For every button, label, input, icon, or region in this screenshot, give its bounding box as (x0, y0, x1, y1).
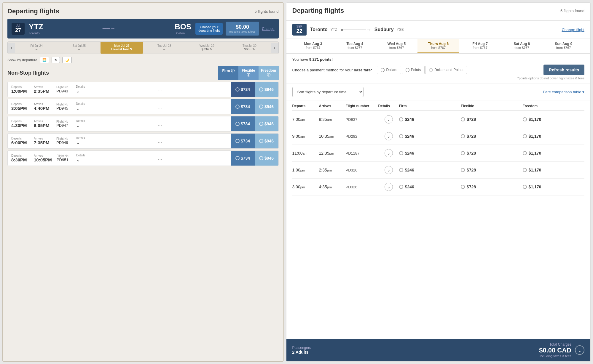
col-details: Details (378, 104, 399, 108)
refresh-button[interactable]: Refresh results (543, 65, 584, 75)
table-header: Departs Arrives Flight number Details Fi… (292, 102, 584, 111)
flights-table: Departs Arrives Flight number Details Fi… (286, 100, 590, 339)
flight-row-left-1: Departs 3:05PM Arrives 4:40PM Flight No … (7, 99, 279, 114)
dots-0: ... (93, 86, 227, 93)
change-flight-button[interactable]: Change flight (562, 28, 584, 32)
right-date-3[interactable]: Thurs Aug 6 from $767 (417, 39, 459, 53)
freedom-0[interactable]: $1,170 (523, 117, 584, 122)
to-code: YSB (397, 28, 404, 32)
points-section: You have 9,271 points! Choose a payment … (286, 54, 590, 84)
sort-select[interactable]: Sort flights by departure time (292, 87, 364, 97)
details-chevron-0[interactable]: ⌄ (76, 88, 88, 94)
freedom-price-0[interactable]: $946 (255, 82, 278, 97)
payment-options: Dollars Points Dollars and Points (377, 66, 541, 74)
show-by-departure-label: Show by departure (7, 58, 37, 62)
flight-row-left-4: Departs 8:30PM Arrives 10:05PM Flight No… (7, 150, 279, 166)
date-prev-button[interactable]: ‹ (8, 43, 15, 53)
detail-chevron-1[interactable]: ⌄ (385, 132, 393, 140)
col-flexible: Flexible (461, 104, 522, 108)
right-footer: Passengers 2 Adults Total Charges $0.00 … (286, 339, 590, 361)
details-chevron-3[interactable]: ⌄ (76, 140, 88, 145)
details-chevron-4[interactable]: ⌄ (76, 157, 88, 163)
right-title: Departing flights (292, 7, 344, 15)
freedom-1[interactable]: $1,170 (523, 134, 584, 139)
firm-1[interactable]: $246 (399, 134, 461, 139)
freedom-price-2[interactable]: $946 (255, 116, 278, 131)
firm-3[interactable]: $246 (399, 168, 461, 172)
flexible-0[interactable]: $728 (461, 117, 522, 122)
detail-chevron-0[interactable]: ⌄ (385, 115, 393, 124)
table-row-2: 11:00am 12:35pm PD1187 ⌄ $246 $728 $1,17… (292, 145, 584, 162)
firm-2[interactable]: $246 (399, 151, 461, 155)
freedom-price-4[interactable]: $946 (255, 151, 278, 166)
date-item-1[interactable]: Sat Jul 25 – (58, 42, 101, 54)
right-date-0[interactable]: Mon Aug 3 from $767 (292, 39, 334, 53)
departs-2: 11:00am (292, 151, 319, 155)
fare-tab-flexible[interactable]: Flexible ⓘ (238, 66, 259, 80)
firm-4[interactable]: $246 (399, 185, 461, 189)
footer-expand-button[interactable]: ⌄ (575, 345, 584, 355)
route-right: Choose yourdeparting flight $0.00 Includ… (195, 22, 274, 36)
from-city: Toronto (310, 27, 328, 32)
freedom-2[interactable]: $1,170 (523, 151, 584, 155)
arrives-1: 10:35am (319, 134, 346, 139)
flexible-2[interactable]: $728 (461, 151, 522, 155)
flexible-4[interactable]: $728 (461, 185, 522, 189)
details-chevron-2[interactable]: ⌄ (76, 123, 88, 128)
right-flights-found: 5 flights found (560, 9, 584, 13)
freedom-3[interactable]: $1,170 (523, 168, 584, 172)
fare-comparison-link[interactable]: Fare comparison table ▾ (543, 90, 584, 94)
right-date-2[interactable]: Wed Aug 5 from $767 (376, 39, 417, 53)
date-next-button[interactable]: › (271, 43, 278, 53)
flight-no-block: Flight No PD943 (56, 86, 71, 93)
route-line-icon: ●──────→ (340, 27, 371, 33)
payment-dollars[interactable]: Dollars (377, 66, 401, 74)
change-link[interactable]: Change (262, 27, 275, 31)
details-block: Details ⌄ (76, 85, 88, 94)
detail-chevron-2[interactable]: ⌄ (385, 149, 393, 157)
col-departs: Departs (292, 104, 319, 108)
date-item-2[interactable]: Mon Jul 27 Lowest fare ✎ (101, 42, 143, 54)
date-item-0[interactable]: Fri Jul 24 – (15, 42, 58, 54)
freedom-price-1[interactable]: $946 (255, 99, 278, 114)
route-arrow-icon: ──→ (46, 25, 172, 32)
morning-button[interactable]: 🌅 (40, 57, 49, 63)
firm-price-2[interactable]: $734 (231, 116, 255, 131)
firm-0[interactable]: $246 (399, 117, 461, 122)
date-item-3[interactable]: Tue Jul 28 – (143, 42, 186, 54)
departs-3: 1:00pm (292, 168, 319, 172)
col-firm: Firm (399, 104, 461, 108)
freedom-4[interactable]: $1,170 (523, 185, 584, 189)
payment-dollars-and-points[interactable]: Dollars and Points (425, 66, 467, 74)
arrives-0: 8:35am (319, 117, 346, 122)
firm-price-4[interactable]: $734 (231, 151, 255, 166)
date-item-4[interactable]: Wed Jul 29 $734 ✎ (186, 42, 228, 54)
evening-button[interactable]: 🌙 (62, 57, 72, 63)
payment-label: Choose a payment method for your base fa… (292, 68, 374, 72)
right-date-5[interactable]: Sat Aug 8 from $767 (501, 39, 543, 53)
firm-price-1[interactable]: $734 (231, 99, 255, 114)
right-date-1[interactable]: Tue Aug 4 from $767 (334, 39, 376, 53)
nonstop-title: Non-Stop flights (7, 70, 49, 76)
date-item-5[interactable]: Thu Jul 30 $685 ✎ (228, 42, 271, 54)
choose-flight-button[interactable]: Choose yourdeparting flight (195, 23, 223, 35)
departs-block: Departs 1:00PM (11, 85, 29, 94)
detail-chevron-4[interactable]: ⌄ (385, 183, 393, 191)
payment-points[interactable]: Points (402, 66, 425, 74)
freedom-price-3[interactable]: $946 (255, 134, 278, 148)
right-panel: Departing flights 5 flights found SEP 22… (286, 2, 591, 362)
flexible-1[interactable]: $728 (461, 134, 522, 139)
details-chevron-1[interactable]: ⌄ (76, 105, 88, 111)
firm-price-3[interactable]: $734 (231, 134, 255, 148)
fare-tab-firm[interactable]: Firm ⓘ (218, 66, 238, 80)
afternoon-button[interactable]: ☀ (52, 57, 60, 63)
flight-row-left-0: Departs 1:00PM Arrives 2:35PM Flight No … (7, 82, 279, 97)
right-date-6[interactable]: Sun Aug 9 from $767 (543, 39, 584, 53)
firm-price-0[interactable]: $734 (231, 82, 255, 97)
from-airport: YTZ Toronto (29, 22, 43, 35)
flexible-3[interactable]: $728 (461, 168, 522, 172)
right-date-4[interactable]: Fri Aug 7 from $767 (459, 39, 501, 53)
date-items: Fri Jul 24 – Sat Jul 25 – Mon Jul 27 Low… (15, 42, 271, 54)
detail-chevron-3[interactable]: ⌄ (385, 166, 393, 174)
fare-tab-freedom[interactable]: Freedom ⓘ (259, 66, 279, 80)
